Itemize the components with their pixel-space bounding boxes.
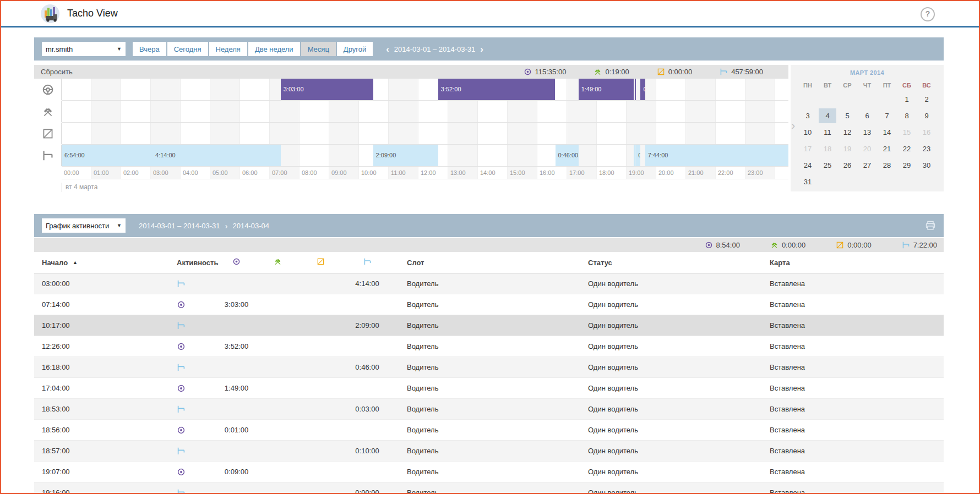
- calendar-day-22[interactable]: 22: [897, 141, 917, 157]
- drive-activity-icon: [169, 294, 216, 315]
- cell-start: 12:26:00: [34, 336, 169, 356]
- hour-cell: [240, 79, 270, 100]
- rest-total-value: 7:22:00: [913, 241, 937, 249]
- activity-table: Начало ▲АктивностьСлотСтатусКарта 03:00:…: [34, 252, 944, 494]
- calendar-day-26[interactable]: 26: [837, 157, 857, 174]
- calendar-day-5[interactable]: 5: [837, 108, 857, 124]
- table-row[interactable]: 16:18:000:46:00ВодительОдин водительВста…: [34, 357, 944, 378]
- print-icon[interactable]: [925, 220, 936, 231]
- column-header-drive[interactable]: [216, 252, 257, 273]
- hour-cell: [62, 79, 91, 100]
- table-row[interactable]: 18:57:000:10:00ВодительОдин водительВста…: [34, 441, 944, 462]
- calendar-empty-cell: [837, 174, 857, 190]
- hour-cell: [745, 123, 775, 144]
- view-select[interactable]: График активности ▼: [42, 218, 126, 233]
- calendar-day-14[interactable]: 14: [877, 124, 897, 141]
- range-button-Сегодня[interactable]: Сегодня: [167, 42, 208, 56]
- timeline-day-label: вт 4 марта: [62, 183, 97, 192]
- sort-asc-icon: ▲: [73, 260, 78, 265]
- calendar-collapse-icon[interactable]: ›: [791, 120, 795, 132]
- calendar-day-2[interactable]: 2: [917, 91, 937, 108]
- calendar-day-18[interactable]: 18: [818, 141, 837, 157]
- calendar-day-12[interactable]: 12: [837, 124, 857, 141]
- range-button-Месяц[interactable]: Месяц: [301, 42, 336, 56]
- hour-cell: [389, 123, 418, 144]
- calendar-day-16[interactable]: 16: [917, 124, 937, 141]
- calendar-day-29[interactable]: 29: [897, 157, 917, 174]
- calendar-day-27[interactable]: 27: [857, 157, 877, 174]
- calendar-day-4[interactable]: 4: [818, 108, 837, 124]
- reset-link[interactable]: Сбросить: [41, 68, 73, 76]
- table-row[interactable]: 19:07:000:09:00ВодительОдин водительВста…: [34, 462, 944, 482]
- calendar-day-11[interactable]: 11: [818, 124, 837, 141]
- column-header-Начало[interactable]: Начало ▲: [34, 252, 169, 273]
- range-button-Вчера[interactable]: Вчера: [133, 42, 166, 56]
- breadcrumb-range[interactable]: 2014-03-01 – 2014-03-31: [139, 222, 220, 230]
- table-row[interactable]: 19:16:000:00:00ВодительОдин водительВста…: [34, 482, 944, 494]
- calendar-day-25[interactable]: 25: [818, 157, 837, 174]
- cell-rest-duration: [342, 378, 392, 398]
- next-range-button[interactable]: ›: [480, 45, 483, 54]
- calendar-day-28[interactable]: 28: [877, 157, 897, 174]
- rest-column-icon: [363, 257, 372, 267]
- column-header-rest[interactable]: [342, 252, 392, 273]
- calendar-day-8[interactable]: 8: [897, 108, 917, 124]
- calendar-day-24[interactable]: 24: [798, 157, 818, 174]
- rest-activity-bar: 6:54:00: [62, 145, 153, 166]
- timeline-area: Сбросить 115:35:000:19:000:00:00457:59:0…: [34, 65, 788, 192]
- hour-cell: [478, 145, 508, 166]
- table-row[interactable]: 03:00:004:14:00ВодительОдин водительВста…: [34, 273, 944, 294]
- cell-availability-duration: [298, 273, 342, 294]
- column-header-Слот[interactable]: Слот: [392, 252, 585, 273]
- calendar-day-17[interactable]: 17: [798, 141, 818, 157]
- driver-select[interactable]: mr.smith ▼: [42, 42, 126, 56]
- calendar-day-6[interactable]: 6: [857, 108, 877, 124]
- range-button-Две недели[interactable]: Две недели: [248, 42, 300, 56]
- calendar-day-9[interactable]: 9: [917, 108, 937, 124]
- calendar-day-7[interactable]: 7: [877, 108, 897, 124]
- cell-card: Вставлена: [766, 273, 944, 294]
- cell-rest-duration: 4:14:00: [342, 273, 392, 294]
- column-header-Активность[interactable]: Активность: [169, 252, 216, 273]
- range-button-Другой[interactable]: Другой: [337, 42, 373, 56]
- calendar-day-10[interactable]: 10: [798, 124, 818, 141]
- help-icon[interactable]: ?: [921, 7, 935, 21]
- calendar-day-21[interactable]: 21: [877, 141, 897, 157]
- range-button-Неделя[interactable]: Неделя: [209, 42, 247, 56]
- table-row[interactable]: 10:17:002:09:00ВодительОдин водительВста…: [34, 315, 944, 336]
- hour-cell: [210, 123, 240, 144]
- rest-total-value: 457:59:00: [731, 68, 763, 76]
- table-row[interactable]: 18:56:000:01:00ВодительОдин водительВста…: [34, 420, 944, 441]
- column-header-work[interactable]: [257, 252, 298, 273]
- cell-slot: Водитель: [392, 378, 585, 398]
- drive-activity-icon: [169, 420, 216, 440]
- calendar-day-23[interactable]: 23: [917, 141, 937, 157]
- drive-total: 8:54:00: [705, 241, 740, 249]
- calendar-day-19[interactable]: 19: [837, 141, 857, 157]
- drive-icon: [705, 241, 713, 249]
- prev-range-button[interactable]: ‹: [386, 45, 389, 54]
- column-header-Статус[interactable]: Статус: [585, 252, 766, 273]
- hour-cell: [210, 79, 240, 100]
- calendar-day-3[interactable]: 3: [798, 108, 818, 124]
- date-navigation: ‹ 2014-03-01 – 2014-03-31 ›: [386, 45, 483, 54]
- calendar-day-1[interactable]: 1: [897, 91, 917, 108]
- cell-rest-duration: 2:09:00: [342, 315, 392, 336]
- calendar-day-15[interactable]: 15: [897, 124, 917, 141]
- column-header-availability[interactable]: [298, 252, 342, 273]
- calendar-day-13[interactable]: 13: [857, 124, 877, 141]
- calendar-title: МАРТ 2014: [791, 69, 944, 76]
- calendar-day-30[interactable]: 30: [917, 157, 937, 174]
- table-row[interactable]: 07:14:003:03:00ВодительОдин водительВста…: [34, 294, 944, 315]
- drive-activity-icon: [169, 378, 216, 398]
- column-header-Карта[interactable]: Карта: [766, 252, 944, 273]
- calendar-day-31[interactable]: 31: [798, 174, 818, 190]
- hour-cell: [329, 123, 359, 144]
- cell-rest-duration: [342, 462, 392, 482]
- hour-cell: [597, 145, 627, 166]
- table-row[interactable]: 18:53:000:03:00ВодительОдин водительВста…: [34, 399, 944, 420]
- cell-work-duration: [257, 336, 298, 356]
- calendar-day-20[interactable]: 20: [857, 141, 877, 157]
- table-row[interactable]: 17:04:001:49:00ВодительОдин водительВста…: [34, 378, 944, 399]
- table-row[interactable]: 12:26:003:52:00ВодительОдин водительВста…: [34, 336, 944, 357]
